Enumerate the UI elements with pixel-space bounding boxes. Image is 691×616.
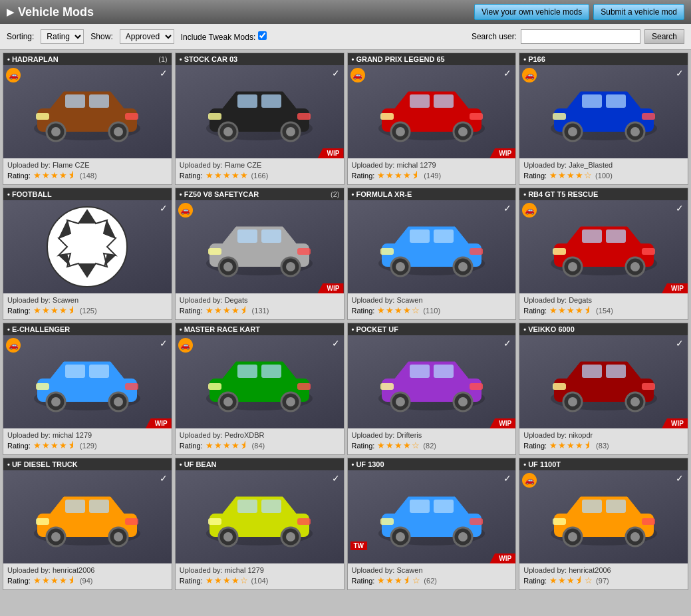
search-area: Search user: Search	[472, 29, 684, 44]
card-title-text: • FZ50 V8 SAFETYCAR	[180, 190, 259, 198]
svg-rect-117	[642, 383, 655, 390]
card-info: Uploaded by: henricat2006 Rating: ★★★★⯨ …	[3, 563, 172, 589]
rating-count: (97)	[596, 577, 609, 585]
card-rating: Rating: ★★★★☆ (100)	[523, 170, 684, 180]
svg-point-37	[630, 127, 640, 136]
card-title-text: • E-CHALLENGER	[7, 325, 70, 333]
card-info: Uploaded by: michal 1279 Rating: ★★★★⯨ (…	[348, 158, 516, 184]
card-info: Uploaded by: nikopdr Rating: ★★★★⯨ (83)	[519, 428, 688, 454]
card-title-text: • STOCK CAR 03	[180, 55, 237, 63]
card-uploader: Uploaded by: Scawen	[352, 566, 512, 574]
sorting-label: Sorting:	[7, 32, 34, 41]
svg-point-35	[568, 127, 577, 136]
rating-count: (129)	[80, 442, 97, 450]
mod-card[interactable]: • POCKET UF ✓ WIP Uploaded by: Drifteris…	[347, 323, 517, 455]
card-info: Uploaded by: Scawen Rating: ★★★★⯨ (125)	[3, 293, 172, 319]
check-badge: ✓	[676, 203, 684, 214]
mod-card[interactable]: • FOOTBALL ✓ Uploaded by: Scawen Rating:…	[3, 188, 172, 320]
card-rating: Rating: ★★★★⯨ (94)	[7, 575, 168, 585]
card-uploader: Uploaded by: PedroXDBR	[180, 431, 340, 439]
card-image: 🚗 ✓ WIP	[519, 200, 688, 293]
mod-card[interactable]: • VEIKKO 6000 ✓ WIP Uploaded by: nikopdr…	[519, 323, 688, 455]
card-uploader: Uploaded by: Degats	[180, 296, 340, 304]
check-badge: ✓	[503, 68, 511, 78]
stars: ★★★★⯨	[377, 170, 421, 180]
svg-rect-70	[582, 230, 602, 243]
mod-card[interactable]: • UF 1100T 🚗 ✓ Uploaded by: henricat2006…	[519, 458, 688, 590]
search-button[interactable]: Search	[644, 29, 684, 44]
svg-point-65	[458, 262, 468, 271]
mod-card[interactable]: • E-CHALLENGER 🚗 ✓ WIP Uploaded by: mich…	[3, 323, 172, 455]
svg-point-153	[568, 532, 577, 541]
card-title: • UF 1100T	[519, 458, 688, 470]
mods-grid: • HADRAPLAN (1) 🚗 ✓ Uploaded by: Flame C…	[0, 50, 691, 593]
stars: ★★★★⯨	[33, 440, 77, 450]
card-uploader: Uploaded by: Flame CZE	[7, 161, 168, 169]
stars: ★★★★⯨	[206, 440, 249, 450]
mod-card[interactable]: • MASTER RACE KART 🚗 ✓ Uploaded by: Pedr…	[175, 323, 345, 455]
mod-card[interactable]: • FZ50 V8 SAFETYCAR (2) 🚗 WIP Uploaded b…	[175, 188, 345, 320]
card-title: • GRAND PRIX LEGEND 65	[348, 53, 516, 65]
show-select[interactable]: Approved All WIP	[120, 29, 174, 44]
card-info: Uploaded by: Flame CZE Rating: ★★★★⯨ (14…	[3, 158, 172, 184]
svg-point-143	[396, 532, 405, 541]
svg-rect-121	[89, 500, 109, 513]
stars: ★★★★⯨	[33, 170, 77, 180]
card-info: Uploaded by: Flame CZE Rating: ★★★★★ (16…	[176, 158, 344, 184]
submit-mod-button[interactable]: Submit a vehicle mod	[593, 4, 684, 20]
mod-card[interactable]: • UF DIESEL TRUCK ✓ Uploaded by: henrica…	[3, 458, 172, 590]
view-own-mods-button[interactable]: View your own vehicle mods	[474, 4, 589, 20]
svg-point-115	[630, 397, 640, 406]
card-uploader: Uploaded by: michal 1279	[180, 566, 340, 574]
card-image: 🚗 ✓	[519, 470, 688, 563]
card-rating: Rating: ★★★★⯨ (149)	[352, 170, 512, 180]
rating-label: Rating:	[7, 307, 31, 315]
card-title: • UF 1300	[348, 458, 516, 470]
card-info: Uploaded by: Degats Rating: ★★★★⯨ (131)	[176, 293, 344, 319]
svg-rect-91	[261, 365, 281, 378]
car-badge-icon: 🚗	[178, 203, 193, 218]
rating-label: Rating:	[180, 442, 203, 450]
search-user-input[interactable]	[521, 29, 640, 44]
svg-rect-110	[582, 365, 602, 378]
page-wrapper: Vehicle Mods View your own vehicle mods …	[0, 0, 691, 593]
rating-label: Rating:	[7, 442, 31, 450]
card-title: • E-CHALLENGER	[3, 323, 172, 335]
mod-card[interactable]: • RB4 GT T5 RESCUE 🚗 ✓ WIP Uploaded by: …	[519, 188, 688, 320]
car-badge-icon: 🚗	[522, 473, 537, 488]
rating-label: Rating:	[352, 442, 375, 450]
svg-rect-116	[553, 383, 566, 390]
mod-card[interactable]: • HADRAPLAN (1) 🚗 ✓ Uploaded by: Flame C…	[3, 53, 172, 185]
card-title-text: • FORMULA XR-E	[352, 190, 412, 198]
rating-count: (84)	[252, 442, 265, 450]
mod-card[interactable]: • STOCK CAR 03 ✓ WIP Uploaded by: Flame …	[175, 53, 345, 185]
svg-rect-87	[125, 383, 138, 390]
card-image: ✓ WIP	[176, 65, 344, 158]
check-badge: ✓	[503, 203, 511, 214]
rating-label: Rating:	[352, 577, 375, 585]
card-title-text: • P166	[523, 55, 545, 63]
card-title-text: • HADRAPLAN	[7, 55, 59, 63]
svg-rect-111	[606, 365, 626, 378]
card-title-text: • RB4 GT T5 RESCUE	[523, 190, 598, 198]
tweak-checkbox[interactable]	[258, 31, 267, 40]
svg-rect-96	[208, 383, 221, 390]
check-badge: ✓	[676, 338, 684, 349]
mod-card[interactable]: • FORMULA XR-E ✓ Uploaded by: Scawen Rat…	[347, 188, 517, 320]
mod-card[interactable]: • UF BEAN ✓ Uploaded by: michal 1279 Rat…	[175, 458, 345, 590]
mod-card[interactable]: • GRAND PRIX LEGEND 65 🚗 ✓ WIP Uploaded …	[347, 53, 517, 185]
rating-count: (154)	[596, 307, 613, 315]
card-rating: Rating: ★★★★☆ (110)	[352, 305, 512, 315]
card-info: Uploaded by: PedroXDBR Rating: ★★★★⯨ (84…	[176, 428, 344, 454]
rating-label: Rating:	[523, 577, 547, 585]
svg-rect-157	[642, 518, 655, 525]
mod-card[interactable]: • P166 🚗 ✓ Uploaded by: Jake_Blasted Rat…	[519, 53, 688, 185]
rating-count: (166)	[251, 172, 269, 180]
stars: ★★★★⯨	[549, 440, 593, 450]
svg-point-95	[286, 397, 295, 406]
mod-card[interactable]: • UF 1300 ✓ TW WIP Uploaded by: Scawen R…	[347, 458, 517, 590]
card-rating: Rating: ★★★★★ (166)	[180, 170, 340, 180]
svg-rect-9	[125, 113, 138, 120]
sorting-select[interactable]: Rating Name Date	[41, 29, 84, 44]
svg-rect-56	[208, 248, 221, 255]
